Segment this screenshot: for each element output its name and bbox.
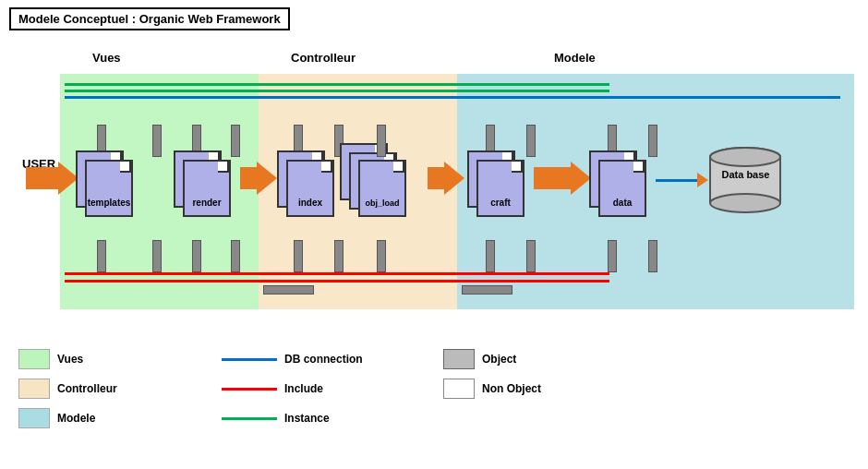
legend-non-object-box — [443, 379, 475, 399]
vbar-render-bot-right — [231, 240, 240, 272]
arrow-ctrl-modele — [428, 162, 464, 195]
doc-objload-front: obj_load — [358, 160, 406, 217]
legend-instance-line — [222, 417, 277, 420]
legend-object-text: Object — [482, 353, 516, 366]
database-label: Data base — [706, 169, 785, 180]
vbar-craft-top-right — [526, 125, 536, 157]
vbar-index-bot-left — [294, 240, 303, 272]
vbar-data-bot-right — [648, 240, 657, 272]
doc-corner — [218, 162, 229, 173]
arrow-body-3 — [428, 167, 444, 189]
legend-object-box — [443, 349, 475, 369]
vbar-craft-bot-left — [486, 240, 495, 272]
legend-object: Object — [443, 349, 541, 369]
db-connection-line — [65, 96, 840, 99]
title-text: Modele Conceptuel : Organic Web Framewor… — [18, 12, 281, 26]
legend-include: Include — [222, 379, 363, 399]
diagram-area: Vues Controlleur Modele USER — [9, 51, 859, 337]
doc-index-front: index — [286, 160, 334, 217]
legend-zones: Vues Controlleur Modele — [18, 349, 117, 428]
legend-non-object: Non Object — [443, 379, 541, 399]
arrow-craft-data — [534, 162, 591, 195]
legend-vues: Vues — [18, 349, 117, 369]
data-label: data — [600, 198, 645, 208]
vbar-data-top-right — [648, 125, 657, 157]
hbar-ctrl-bot — [263, 285, 314, 295]
database: Data base — [706, 143, 785, 224]
legend-lines: DB connection Include Instance — [222, 349, 363, 428]
legend-db-text: DB connection — [284, 353, 363, 366]
vbar-objload-bot — [377, 240, 386, 272]
render-label: render — [185, 198, 229, 208]
svg-point-2 — [710, 194, 780, 212]
vbar-craft-bot-right — [526, 240, 536, 272]
legend-modele-box — [18, 408, 50, 428]
arrow-body-1 — [26, 167, 58, 189]
legend-controlleur-box — [18, 379, 50, 399]
legend-controlleur-text: Controlleur — [57, 382, 117, 395]
arrow-body-2 — [240, 167, 257, 189]
instance-line-1 — [65, 83, 609, 86]
legend-objects: Object Non Object — [443, 349, 541, 399]
index-label: index — [288, 198, 332, 208]
legend-instance: Instance — [222, 408, 363, 428]
legend-instance-text: Instance — [284, 412, 330, 425]
legend: Vues Controlleur Modele DB connection — [9, 349, 859, 460]
arrow-data-db — [656, 173, 708, 187]
legend-db-connection: DB connection — [222, 349, 363, 369]
controlleur-header: Controlleur — [291, 51, 356, 65]
legend-vues-box — [18, 349, 50, 369]
doc-corner — [120, 162, 131, 173]
templates-label: templates — [87, 198, 131, 208]
instance-line-2 — [65, 90, 609, 92]
vbar-templates-top-right — [152, 125, 162, 157]
modele-header: Modele — [554, 51, 596, 65]
arrow-body-4 — [534, 167, 571, 189]
doc-render-front: render — [183, 160, 231, 217]
database-svg — [706, 143, 785, 222]
doc-corner — [321, 162, 332, 173]
arrow-vues-ctrl — [240, 162, 277, 195]
objload-label: obj_load — [360, 198, 404, 208]
hbar-modele-bot — [462, 285, 512, 295]
legend-instance-line-container — [222, 408, 277, 428]
craft-label: craft — [478, 198, 523, 208]
arrow-user-vues — [26, 162, 78, 195]
db-arrow-line — [656, 179, 697, 182]
svg-point-5 — [710, 148, 780, 166]
title-box: Modele Conceptuel : Organic Web Framewor… — [9, 7, 290, 30]
legend-include-text: Include — [284, 382, 323, 395]
vues-header: Vues — [92, 51, 121, 65]
legend-non-object-text: Non Object — [482, 382, 541, 395]
vbar-index-bot-right — [334, 240, 344, 272]
include-line-1 — [65, 272, 609, 275]
vbar-data-bot-left — [608, 240, 617, 272]
doc-corner — [633, 162, 645, 173]
doc-corner — [512, 162, 523, 173]
vbar-objload-top — [377, 125, 386, 157]
doc-data-front: data — [598, 160, 646, 217]
legend-include-line-container — [222, 379, 277, 399]
legend-include-line — [222, 388, 277, 391]
legend-db-line-container — [222, 349, 277, 369]
legend-controlleur: Controlleur — [18, 379, 117, 399]
vbar-render-top-right — [231, 125, 240, 157]
vbar-templates-bot-left — [97, 240, 106, 272]
legend-modele: Modele — [18, 408, 117, 428]
include-line-2 — [65, 280, 609, 283]
vbar-templates-bot-right — [152, 240, 162, 272]
vbar-render-bot-left — [192, 240, 201, 272]
legend-vues-text: Vues — [57, 353, 83, 366]
doc-craft-front: craft — [476, 160, 524, 217]
doc-templates-front: templates — [85, 160, 133, 217]
legend-modele-text: Modele — [57, 412, 95, 425]
main-container: Modele Conceptuel : Organic Web Framewor… — [0, 0, 868, 469]
doc-corner — [393, 162, 404, 173]
legend-db-line — [222, 358, 277, 361]
